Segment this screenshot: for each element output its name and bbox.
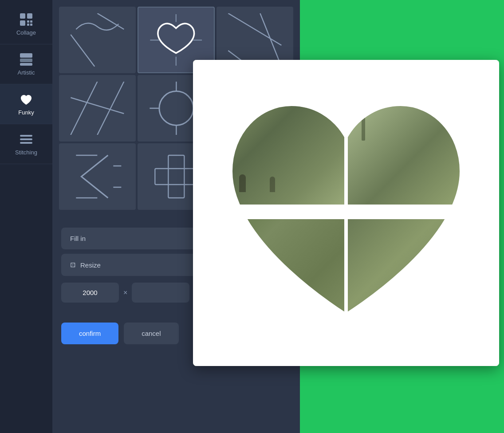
artistic-icon <box>19 52 33 67</box>
svg-line-22 <box>71 82 98 135</box>
sidebar-item-artistic[interactable]: Artistic <box>0 44 52 84</box>
resize-icon: ⊡ <box>70 261 76 269</box>
sidebar-item-funky[interactable]: Funky <box>0 84 52 124</box>
svg-rect-2 <box>20 20 25 26</box>
dimension-separator: × <box>123 289 127 297</box>
confirm-button[interactable]: confirm <box>61 323 118 344</box>
svg-rect-4 <box>30 20 32 23</box>
svg-line-14 <box>98 13 124 29</box>
svg-rect-7 <box>20 53 32 58</box>
stitching-icon <box>19 132 33 146</box>
svg-line-19 <box>228 13 281 45</box>
sidebar-item-artistic-label: Artistic <box>18 69 35 76</box>
funky-icon <box>19 92 33 106</box>
collage-inner <box>193 60 499 366</box>
sidebar-item-collage-label: Collage <box>16 29 36 36</box>
sidebar-item-stitching-label: Stitching <box>15 149 37 156</box>
svg-line-13 <box>71 35 95 67</box>
svg-line-23 <box>98 82 124 135</box>
heart-collage-overlay <box>193 60 499 366</box>
svg-rect-5 <box>27 24 29 26</box>
collage-icon <box>19 12 33 27</box>
collage-preview <box>193 60 499 366</box>
sidebar: Collage Artistic Funky <box>0 0 52 433</box>
svg-point-25 <box>159 91 193 126</box>
template-cell-1[interactable] <box>59 7 136 73</box>
cancel-button[interactable]: cancel <box>124 323 178 344</box>
svg-rect-3 <box>27 20 29 23</box>
svg-line-24 <box>71 98 124 114</box>
fill-in-label: Fill in <box>70 235 86 242</box>
svg-rect-8 <box>20 59 32 62</box>
svg-rect-1 <box>27 13 32 19</box>
svg-rect-0 <box>20 13 25 19</box>
svg-rect-39 <box>155 169 197 185</box>
svg-rect-12 <box>20 142 32 144</box>
height-input[interactable] <box>132 283 189 303</box>
svg-rect-6 <box>30 24 32 26</box>
resize-label: Resize <box>80 261 101 269</box>
svg-rect-9 <box>20 63 32 66</box>
svg-rect-11 <box>20 138 32 140</box>
sidebar-item-funky-label: Funky <box>18 109 34 116</box>
template-cell-4[interactable] <box>59 75 136 142</box>
svg-rect-38 <box>168 155 184 198</box>
template-cell-7[interactable] <box>59 143 136 210</box>
sidebar-item-collage[interactable]: Collage <box>0 4 52 44</box>
sidebar-item-stitching[interactable]: Stitching <box>0 124 52 164</box>
svg-rect-10 <box>20 135 32 137</box>
svg-line-20 <box>260 13 281 67</box>
width-input[interactable]: 2000 <box>61 283 119 303</box>
